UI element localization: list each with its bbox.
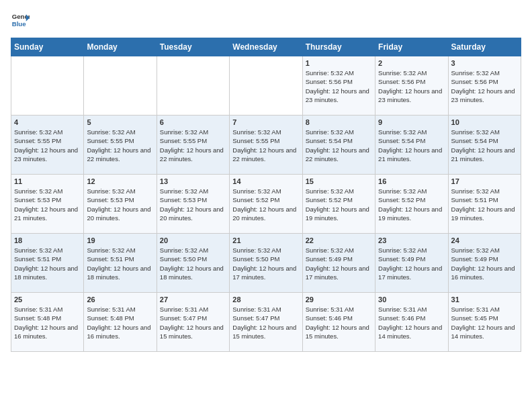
day-number: 27: [160, 295, 226, 304]
calendar-cell: 21Sunrise: 5:32 AM Sunset: 5:50 PM Dayli…: [230, 234, 302, 293]
day-info: Sunrise: 5:32 AM Sunset: 5:49 PM Dayligh…: [378, 246, 445, 281]
day-number: 19: [87, 236, 153, 244]
day-number: 13: [160, 177, 226, 185]
logo: General Blue: [11, 11, 30, 30]
day-number: 8: [306, 118, 372, 126]
day-number: 31: [451, 295, 518, 304]
calendar-cell: 6Sunrise: 5:32 AM Sunset: 5:55 PM Daylig…: [157, 116, 229, 175]
calendar-cell: [84, 56, 157, 116]
day-number: 22: [306, 236, 372, 244]
day-number: 11: [14, 177, 81, 185]
calendar-cell: 29Sunrise: 5:31 AM Sunset: 5:46 PM Dayli…: [302, 293, 375, 352]
day-number: 14: [232, 177, 299, 185]
calendar-cell: 15Sunrise: 5:32 AM Sunset: 5:52 PM Dayli…: [302, 175, 375, 234]
calendar-cell: 3Sunrise: 5:32 AM Sunset: 5:56 PM Daylig…: [448, 56, 521, 116]
day-info: Sunrise: 5:32 AM Sunset: 5:50 PM Dayligh…: [160, 246, 226, 281]
calendar-cell: 25Sunrise: 5:31 AM Sunset: 5:48 PM Dayli…: [11, 293, 84, 352]
day-number: 6: [160, 118, 226, 126]
weekday-header-row: SundayMondayTuesdayWednesdayThursdayFrid…: [11, 38, 521, 56]
day-number: 9: [378, 118, 445, 126]
day-info: Sunrise: 5:32 AM Sunset: 5:55 PM Dayligh…: [14, 128, 81, 163]
calendar-week-row: 18Sunrise: 5:32 AM Sunset: 5:51 PM Dayli…: [11, 234, 521, 293]
calendar-cell: 4Sunrise: 5:32 AM Sunset: 5:55 PM Daylig…: [11, 116, 84, 175]
calendar-cell: 13Sunrise: 5:32 AM Sunset: 5:53 PM Dayli…: [157, 175, 229, 234]
day-info: Sunrise: 5:32 AM Sunset: 5:54 PM Dayligh…: [451, 128, 518, 163]
day-info: Sunrise: 5:32 AM Sunset: 5:54 PM Dayligh…: [306, 128, 372, 163]
day-info: Sunrise: 5:32 AM Sunset: 5:54 PM Dayligh…: [378, 128, 445, 163]
day-info: Sunrise: 5:31 AM Sunset: 5:47 PM Dayligh…: [160, 305, 226, 340]
day-info: Sunrise: 5:32 AM Sunset: 5:55 PM Dayligh…: [160, 128, 226, 163]
day-number: 4: [14, 118, 81, 126]
day-number: 30: [378, 295, 445, 304]
calendar-cell: 9Sunrise: 5:32 AM Sunset: 5:54 PM Daylig…: [375, 116, 448, 175]
day-number: 25: [14, 295, 81, 304]
day-info: Sunrise: 5:32 AM Sunset: 5:53 PM Dayligh…: [14, 187, 81, 222]
calendar-cell: 26Sunrise: 5:31 AM Sunset: 5:48 PM Dayli…: [84, 293, 157, 352]
weekday-header-saturday: Saturday: [448, 38, 521, 56]
calendar-cell: 18Sunrise: 5:32 AM Sunset: 5:51 PM Dayli…: [11, 234, 84, 293]
day-info: Sunrise: 5:31 AM Sunset: 5:45 PM Dayligh…: [451, 305, 518, 340]
day-number: 16: [378, 177, 445, 185]
weekday-header-tuesday: Tuesday: [157, 38, 229, 56]
calendar-cell: 17Sunrise: 5:32 AM Sunset: 5:51 PM Dayli…: [448, 175, 521, 234]
calendar-cell: 27Sunrise: 5:31 AM Sunset: 5:47 PM Dayli…: [157, 293, 229, 352]
calendar-cell: 16Sunrise: 5:32 AM Sunset: 5:52 PM Dayli…: [375, 175, 448, 234]
day-info: Sunrise: 5:32 AM Sunset: 5:56 PM Dayligh…: [451, 68, 518, 104]
day-number: 18: [14, 236, 81, 244]
weekday-header-thursday: Thursday: [302, 38, 375, 56]
logo-icon: General Blue: [11, 11, 30, 30]
day-number: 28: [232, 295, 299, 304]
day-number: 24: [451, 236, 518, 244]
day-info: Sunrise: 5:32 AM Sunset: 5:51 PM Dayligh…: [87, 246, 153, 281]
calendar-cell: 31Sunrise: 5:31 AM Sunset: 5:45 PM Dayli…: [448, 293, 521, 352]
day-number: 3: [451, 59, 518, 67]
day-info: Sunrise: 5:31 AM Sunset: 5:47 PM Dayligh…: [232, 305, 299, 340]
day-info: Sunrise: 5:32 AM Sunset: 5:55 PM Dayligh…: [87, 128, 153, 163]
day-info: Sunrise: 5:32 AM Sunset: 5:56 PM Dayligh…: [378, 68, 445, 104]
day-info: Sunrise: 5:32 AM Sunset: 5:49 PM Dayligh…: [451, 246, 518, 281]
weekday-header-sunday: Sunday: [11, 38, 84, 56]
calendar-cell: 20Sunrise: 5:32 AM Sunset: 5:50 PM Dayli…: [157, 234, 229, 293]
calendar-cell: 1Sunrise: 5:32 AM Sunset: 5:56 PM Daylig…: [302, 56, 375, 116]
day-number: 20: [160, 236, 226, 244]
day-number: 5: [87, 118, 153, 126]
calendar-cell: 28Sunrise: 5:31 AM Sunset: 5:47 PM Dayli…: [230, 293, 302, 352]
svg-text:Blue: Blue: [12, 20, 26, 28]
day-info: Sunrise: 5:32 AM Sunset: 5:52 PM Dayligh…: [378, 187, 445, 222]
weekday-header-wednesday: Wednesday: [230, 38, 302, 56]
day-info: Sunrise: 5:32 AM Sunset: 5:51 PM Dayligh…: [451, 187, 518, 222]
day-info: Sunrise: 5:32 AM Sunset: 5:52 PM Dayligh…: [232, 187, 299, 222]
calendar-table: SundayMondayTuesdayWednesdayThursdayFrid…: [11, 38, 521, 352]
calendar-week-row: 4Sunrise: 5:32 AM Sunset: 5:55 PM Daylig…: [11, 116, 521, 175]
day-info: Sunrise: 5:31 AM Sunset: 5:46 PM Dayligh…: [306, 305, 372, 340]
day-number: 26: [87, 295, 153, 304]
calendar-cell: 5Sunrise: 5:32 AM Sunset: 5:55 PM Daylig…: [84, 116, 157, 175]
weekday-header-friday: Friday: [375, 38, 448, 56]
day-number: 10: [451, 118, 518, 126]
day-number: 15: [306, 177, 372, 185]
day-number: 29: [306, 295, 372, 304]
day-info: Sunrise: 5:32 AM Sunset: 5:55 PM Dayligh…: [232, 128, 299, 163]
day-info: Sunrise: 5:32 AM Sunset: 5:53 PM Dayligh…: [160, 187, 226, 222]
calendar-cell: [230, 56, 302, 116]
calendar-cell: [157, 56, 229, 116]
calendar-cell: 22Sunrise: 5:32 AM Sunset: 5:49 PM Dayli…: [302, 234, 375, 293]
calendar-cell: 12Sunrise: 5:32 AM Sunset: 5:53 PM Dayli…: [84, 175, 157, 234]
day-number: 21: [232, 236, 299, 244]
calendar-cell: 11Sunrise: 5:32 AM Sunset: 5:53 PM Dayli…: [11, 175, 84, 234]
day-info: Sunrise: 5:31 AM Sunset: 5:48 PM Dayligh…: [14, 305, 81, 340]
day-number: 17: [451, 177, 518, 185]
day-info: Sunrise: 5:32 AM Sunset: 5:51 PM Dayligh…: [14, 246, 81, 281]
calendar-cell: 7Sunrise: 5:32 AM Sunset: 5:55 PM Daylig…: [230, 116, 302, 175]
calendar-cell: 23Sunrise: 5:32 AM Sunset: 5:49 PM Dayli…: [375, 234, 448, 293]
calendar-cell: [11, 56, 84, 116]
day-info: Sunrise: 5:32 AM Sunset: 5:56 PM Dayligh…: [306, 68, 372, 104]
day-info: Sunrise: 5:31 AM Sunset: 5:46 PM Dayligh…: [378, 305, 445, 340]
day-number: 1: [306, 59, 372, 67]
weekday-header-monday: Monday: [84, 38, 157, 56]
calendar-cell: 14Sunrise: 5:32 AM Sunset: 5:52 PM Dayli…: [230, 175, 302, 234]
day-info: Sunrise: 5:31 AM Sunset: 5:48 PM Dayligh…: [87, 305, 153, 340]
day-number: 2: [378, 59, 445, 67]
day-number: 23: [378, 236, 445, 244]
calendar-cell: 2Sunrise: 5:32 AM Sunset: 5:56 PM Daylig…: [375, 56, 448, 116]
